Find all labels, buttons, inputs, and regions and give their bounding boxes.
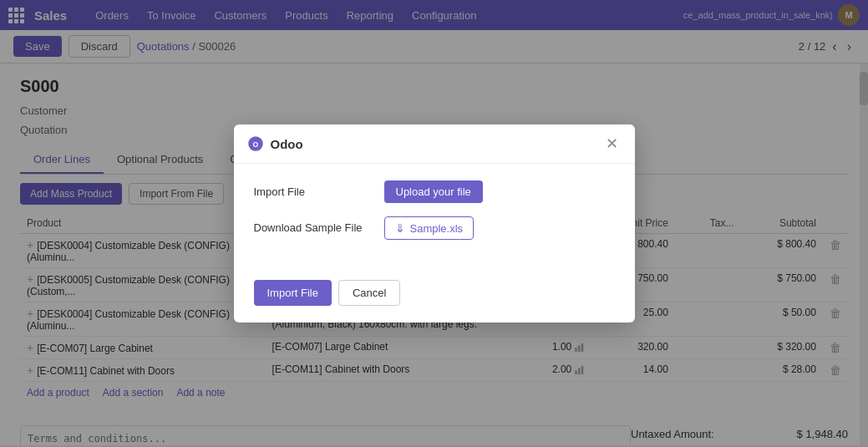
modal-close-button[interactable]: ✕ — [602, 135, 622, 153]
sample-section: ⇓ Sample.xls — [384, 216, 615, 240]
import-file-row: Import File Upload your file — [254, 180, 615, 203]
sample-file-label: Sample.xls — [410, 222, 464, 235]
modal-overlay[interactable]: O Odoo ✕ Import File Upload your file Do… — [0, 0, 868, 447]
download-sample-row: Download Sample File ⇓ Sample.xls — [254, 216, 615, 240]
modal-header: O Odoo ✕ — [234, 124, 635, 164]
import-file-button[interactable]: Import File — [254, 280, 332, 306]
modal-body: Import File Upload your file Download Sa… — [234, 164, 635, 270]
cancel-button[interactable]: Cancel — [338, 280, 400, 306]
download-icon: ⇓ — [395, 221, 405, 235]
modal: O Odoo ✕ Import File Upload your file Do… — [234, 124, 635, 323]
svg-text:O: O — [252, 140, 258, 149]
odoo-logo-icon: O — [247, 135, 264, 152]
modal-title: Odoo — [271, 137, 602, 151]
modal-footer: Import File Cancel — [234, 270, 635, 323]
upload-section: Upload your file — [384, 180, 615, 203]
download-sample-label: Download Sample File — [254, 216, 371, 234]
download-sample-button[interactable]: ⇓ Sample.xls — [384, 216, 475, 240]
import-file-label: Import File — [254, 180, 371, 198]
upload-file-button[interactable]: Upload your file — [384, 180, 483, 203]
